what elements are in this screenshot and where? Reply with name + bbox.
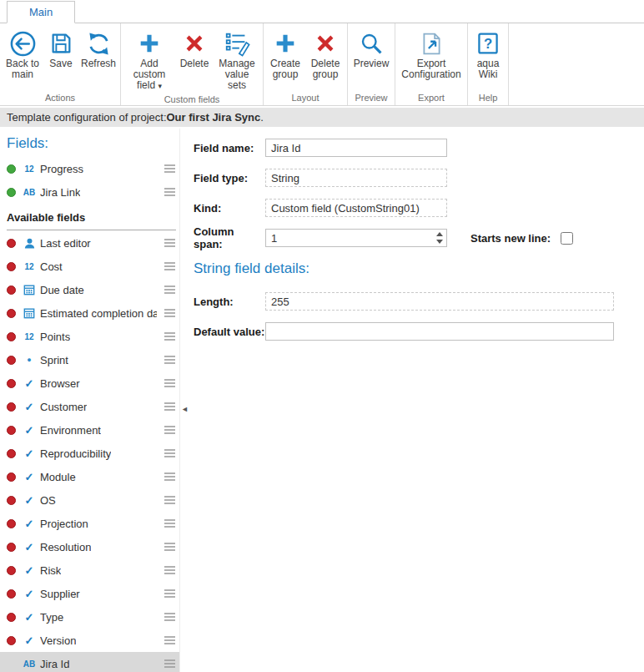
calendar-icon [22,307,37,319]
field-list-item[interactable]: ✓ Supplier [0,582,179,605]
field-list-item[interactable]: Due date [0,278,179,301]
kind-input[interactable] [265,199,447,217]
status-dot [7,426,16,435]
drag-handle-icon[interactable] [164,449,175,458]
number-icon: 12 [22,262,37,271]
field-list-item[interactable]: 12 Cost [0,255,179,278]
user-icon [22,237,37,250]
column-span-label: Column span: [194,225,265,250]
field-list-item[interactable]: 12 Points [0,325,179,348]
number-icon: 12 [22,332,37,341]
field-list-item[interactable]: ✓ Type [0,605,179,629]
default-value-label: Default value: [194,326,265,338]
status-dot [7,262,16,271]
drag-handle-icon[interactable] [164,285,175,295]
field-label: Environment [40,424,101,437]
field-label: Estimated completion dat [40,307,157,320]
field-label: Risk [40,564,61,577]
ribbon-group-export: Export Configuration Export [395,23,468,105]
save-button[interactable]: Save [43,24,78,71]
refresh-button[interactable]: Refresh [78,24,118,71]
drag-handle-icon[interactable] [164,239,175,248]
collapse-panel-arrow-icon[interactable]: ◄ [181,405,189,413]
status-dot [7,613,16,622]
spinner-up-icon[interactable] [436,232,443,236]
drag-handle-icon[interactable] [164,636,175,645]
drag-handle-icon[interactable] [164,332,175,341]
drag-handle-icon[interactable] [164,589,175,599]
status-dot [7,636,16,645]
drag-handle-icon[interactable] [164,613,175,622]
drag-handle-icon[interactable] [164,519,175,528]
drag-handle-icon[interactable] [164,472,175,482]
drag-handle-icon[interactable] [164,543,175,552]
drag-handle-icon[interactable] [164,379,175,388]
starts-new-line-checkbox[interactable] [561,232,573,245]
back-to-main-button[interactable]: Back to main [2,24,43,82]
field-list-item[interactable]: ✓ Environment [0,418,179,442]
delete-field-button[interactable]: Delete [176,24,213,71]
preview-icon [359,28,385,58]
field-list-item[interactable]: Estimated completion dat [0,301,179,325]
status-dot [7,285,16,295]
field-label: Resolution [40,541,91,553]
ribbon-group-actions: Back to main Save Refresh Actions [0,23,121,105]
export-icon [419,28,445,58]
field-type-input[interactable] [265,169,447,187]
create-group-button[interactable]: Create group [265,24,305,82]
kind-label: Kind: [194,202,265,215]
field-list-item[interactable]: ● Sprint [0,348,179,371]
drag-handle-icon[interactable] [164,262,175,271]
check-icon: ✓ [22,541,37,553]
field-list-item[interactable]: AB Jira Id [0,652,179,672]
drag-handle-icon[interactable] [164,566,175,575]
drag-handle-icon[interactable] [164,188,175,197]
check-icon: ✓ [22,401,37,413]
check-icon: ✓ [22,494,37,507]
delete-icon [314,28,337,58]
field-list-item[interactable]: ✓ Customer [0,395,179,418]
add-custom-field-button[interactable]: Add custom field ▾ [123,24,176,93]
drag-handle-icon[interactable] [164,426,175,435]
project-name: Our first Jira Sync [167,111,261,124]
default-value-input[interactable] [265,322,614,341]
spinner-down-icon[interactable] [436,240,443,244]
preview-button[interactable]: Preview [350,24,393,71]
column-span-input[interactable] [265,229,447,247]
field-list-item[interactable]: ✓ Resolution [0,535,179,558]
tab-main[interactable]: Main [7,1,75,23]
field-label: Due date [40,284,84,296]
field-list-item[interactable]: ✓ Version [0,629,179,652]
active-fields-list: 12 Progress AB Jira Link [0,157,179,204]
field-list-item[interactable]: ✓ Browser [0,371,179,395]
length-input[interactable] [265,292,614,311]
check-icon: ✓ [22,377,37,390]
field-list-item[interactable]: ✓ Reproducibility [0,442,179,465]
field-editor-panel: ◄ Field name: Field type: Kind: Column s… [181,129,644,672]
field-list-item[interactable]: Last editor [0,231,179,255]
field-list-item[interactable]: ✓ Projection [0,512,179,535]
field-list-item[interactable]: ✓ OS [0,488,179,512]
drag-handle-icon[interactable] [164,402,175,412]
field-list-item[interactable]: AB Jira Link [0,180,179,204]
field-list-item[interactable]: ✓ Module [0,465,179,488]
drag-handle-icon[interactable] [164,164,175,174]
group-label-export: Export [397,92,465,105]
check-icon: ✓ [22,424,37,437]
export-configuration-button[interactable]: Export Configuration [397,24,465,82]
field-list-item[interactable]: 12 Progress [0,157,179,180]
manage-value-sets-button[interactable]: Manage value sets [213,24,261,93]
status-dot [7,402,16,412]
field-label: Supplier [40,588,80,600]
ribbon-group-help: ? aqua Wiki Help [468,23,509,105]
drag-handle-icon[interactable] [164,496,175,505]
drag-handle-icon[interactable] [164,309,175,318]
drag-handle-icon[interactable] [164,356,175,365]
field-label: Sprint [40,354,68,366]
delete-group-button[interactable]: Delete group [305,24,345,82]
aqua-wiki-button[interactable]: ? aqua Wiki [470,24,506,82]
drag-handle-icon[interactable] [164,659,175,669]
field-name-input[interactable] [265,139,447,157]
field-list-item[interactable]: ✓ Risk [0,558,179,582]
status-dot [7,589,16,599]
